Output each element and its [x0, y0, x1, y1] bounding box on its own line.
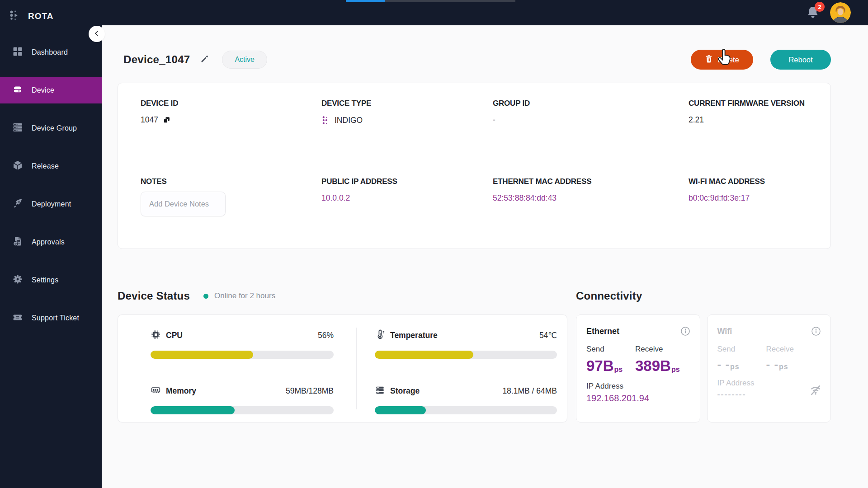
- sidebar-item-approvals[interactable]: Approvals: [0, 229, 102, 255]
- wifi-send-value: - -ps: [717, 357, 766, 371]
- memory-icon: [151, 385, 161, 397]
- bell-icon: [806, 14, 820, 22]
- wifi-card: Wifi Send Receive - -ps: [707, 314, 831, 422]
- storage-metric: Storage 18.1MB / 64MB: [375, 385, 557, 422]
- device-type-icon: [321, 115, 330, 125]
- avatar[interactable]: [830, 2, 851, 23]
- ethernet-send-value: 97Bps: [586, 357, 635, 375]
- sidebar-nav: Dashboard Device: [0, 39, 102, 331]
- notification-badge: 2: [815, 2, 825, 12]
- chevron-left-icon: [94, 30, 100, 38]
- wifi-off-icon: [809, 383, 822, 399]
- online-status-dot: [203, 294, 208, 299]
- sidebar: ROTA Dashboard: [0, 0, 102, 488]
- support-ticket-icon: [12, 312, 23, 324]
- rota-logo-icon: [8, 9, 22, 24]
- trash-icon: [705, 54, 713, 65]
- device-status-card: CPU 56%: [118, 314, 567, 422]
- reboot-button[interactable]: Reboot: [770, 50, 831, 70]
- page-title: Device_1047: [123, 53, 190, 66]
- ethernet-receive-value: 389Bps: [635, 357, 691, 375]
- device-icon: [12, 84, 23, 97]
- progress-bar-filled: [346, 0, 385, 2]
- device-info-card: DEVICE ID 1047 DEVICE TYPE: [118, 83, 831, 249]
- top-progress-bar: [0, 0, 868, 2]
- field-ethernet-mac: ETHERNET MAC ADDRESS 52:53:88:84:dd:43: [493, 177, 689, 249]
- approvals-icon: [12, 236, 23, 249]
- field-notes: NOTES Add Device Notes: [141, 177, 321, 249]
- progress-bar-track: [385, 0, 515, 2]
- sidebar-item-device-group[interactable]: Device Group: [0, 115, 102, 141]
- top-bar: 2: [0, 0, 868, 25]
- field-device-id: DEVICE ID 1047: [141, 99, 321, 157]
- main-content: Device_1047 Active Delete Reboot: [102, 25, 868, 488]
- cpu-icon: [151, 329, 161, 342]
- cpu-metric: CPU 56%: [151, 329, 334, 367]
- sidebar-item-support-ticket[interactable]: Support Ticket: [0, 305, 102, 331]
- pencil-icon: [200, 54, 209, 65]
- memory-metric: Memory 59MB/128MB: [151, 385, 334, 422]
- notifications-button[interactable]: 2: [806, 5, 821, 20]
- release-icon: [12, 160, 23, 173]
- memory-value: 59MB/128MB: [286, 386, 334, 396]
- status-badge: Active: [222, 51, 267, 69]
- temperature-value: 54℃: [539, 331, 557, 340]
- ethernet-info-icon[interactable]: [680, 326, 691, 337]
- field-public-ip: PUBLIC IP ADDRESS 10.0.0.2: [321, 177, 493, 249]
- connectivity-title: Connectivity: [576, 290, 642, 302]
- sidebar-item-device[interactable]: Device: [0, 77, 102, 103]
- app-name: ROTA: [28, 11, 53, 21]
- sidebar-item-settings[interactable]: Settings: [0, 267, 102, 293]
- wifi-info-icon[interactable]: [811, 326, 821, 337]
- add-device-notes-button[interactable]: Add Device Notes: [141, 192, 226, 216]
- cpu-value: 56%: [318, 331, 334, 340]
- app-logo[interactable]: ROTA: [0, 0, 102, 25]
- storage-progress-bar: [375, 406, 557, 414]
- temperature-progress-bar: [375, 351, 557, 359]
- device-status-title: Device Status: [118, 290, 190, 302]
- dashboard-icon: [12, 46, 23, 59]
- online-status-text: Online for 2 hours: [214, 291, 275, 300]
- temperature-icon: [375, 329, 385, 342]
- field-device-type: DEVICE TYPE INDIGO: [321, 99, 493, 157]
- storage-icon: [375, 385, 385, 397]
- field-group-id: GROUP ID -: [493, 99, 689, 157]
- storage-value: 18.1MB / 64MB: [502, 386, 557, 396]
- sidebar-item-dashboard[interactable]: Dashboard: [0, 39, 102, 66]
- device-header: Device_1047 Active Delete Reboot: [118, 50, 831, 70]
- sidebar-item-release[interactable]: Release: [0, 153, 102, 179]
- field-firmware-version: CURRENT FIRMWARE VERSION 2.21: [689, 99, 821, 157]
- wifi-ip-value: --------: [717, 390, 822, 399]
- deployment-icon: [12, 198, 23, 211]
- ethernet-ip-value: 192.168.201.94: [586, 393, 691, 404]
- field-wifi-mac: WI-FI MAC ADDRESS b0:0c:9d:fd:3e:17: [689, 177, 821, 249]
- device-group-icon: [12, 122, 23, 135]
- delete-button[interactable]: Delete: [691, 50, 753, 70]
- cpu-progress-bar: [151, 351, 334, 359]
- settings-icon: [12, 274, 23, 286]
- copy-icon[interactable]: [163, 116, 170, 124]
- ethernet-card: Ethernet Send Receive 97Bps: [576, 314, 700, 422]
- wifi-receive-value: - -ps: [766, 357, 822, 371]
- collapse-sidebar-button[interactable]: [89, 26, 105, 42]
- temperature-metric: Temperature 54℃: [375, 329, 557, 367]
- memory-progress-bar: [151, 406, 334, 414]
- edit-device-name-button[interactable]: [200, 54, 209, 65]
- sidebar-item-deployment[interactable]: Deployment: [0, 191, 102, 217]
